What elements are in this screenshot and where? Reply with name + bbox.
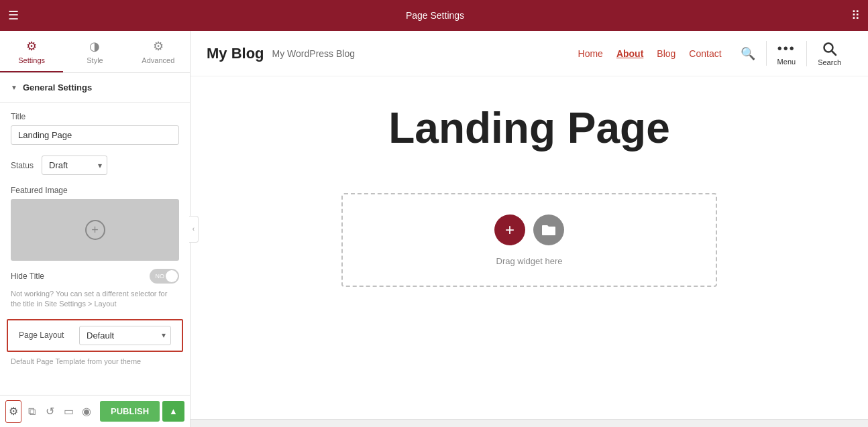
advanced-icon: ⚙ [153,39,164,54]
page-layout-label: Page Layout [19,330,79,340]
site-title: My Blog [207,45,264,62]
folder-widget-button[interactable] [533,215,564,245]
tab-advanced[interactable]: ⚙ Advanced [127,31,190,72]
collapse-arrow: ▼ [11,84,17,91]
history-icon[interactable]: ↺ [42,400,58,423]
tab-settings[interactable]: ⚙ Settings [0,31,63,72]
site-tagline: My WordPress Blog [272,48,355,59]
search-nav-label: Search [818,58,841,66]
grid-icon[interactable]: ⠿ [851,8,860,23]
layers-icon[interactable]: ⧉ [24,400,40,423]
menu-dots-icon: ••• [777,41,796,56]
toggle-no-label: NO [156,273,165,280]
featured-image-box[interactable]: + [11,199,179,261]
add-widget-button[interactable]: + [494,215,525,245]
page-layout-select[interactable]: Default Full Width No Header No Footer [79,326,171,345]
widget-buttons: + [494,215,564,245]
sidebar-tabs: ⚙ Settings ◑ Style ⚙ Advanced [0,31,190,73]
nav-home[interactable]: Home [578,48,603,59]
search-icon [822,41,838,57]
hide-title-toggle[interactable]: NO [150,269,179,284]
tab-style[interactable]: ◑ Style [63,31,126,72]
page-layout-select-wrapper: Default Full Width No Header No Footer [79,326,171,345]
tab-settings-label: Settings [18,56,45,64]
sidebar: ⚙ Settings ◑ Style ⚙ Advanced ▼ General … [0,31,191,427]
nav-contact[interactable]: Contact [689,48,721,59]
panel-title: Page Settings [406,10,464,21]
hamburger-icon[interactable]: ☰ [8,8,19,23]
folder-icon [541,224,556,236]
menu-nav-item[interactable]: ••• Menu [766,41,807,66]
wp-navbar: My Blog My WordPress Blog Home About Blo… [191,31,868,76]
toggle-knob [166,270,178,282]
style-icon: ◑ [89,39,100,54]
status-row: Status Draft Published Private [0,150,190,180]
top-bar: ☰ Page Settings ⠿ [0,0,868,31]
eye-icon[interactable]: ◉ [79,400,95,423]
title-field-group: Title [0,103,190,150]
drag-hint-text: Drag widget here [496,256,563,266]
title-label: Title [11,112,179,121]
publish-button[interactable]: PUBLISH [100,401,160,422]
default-template-text: Default Page Template from your theme [0,355,190,372]
title-input[interactable] [11,125,179,145]
hide-title-label: Hide Title [11,271,44,281]
canvas-scrollbar[interactable] [191,419,868,427]
status-select-wrapper: Draft Published Private [42,156,107,175]
svg-line-1 [832,51,836,55]
add-image-icon: + [85,220,105,240]
device-icon[interactable]: ▭ [60,400,76,423]
tab-advanced-label: Advanced [142,56,174,64]
settings-icon: ⚙ [26,39,37,54]
settings-bottom-icon[interactable]: ⚙ [5,400,21,423]
nav-blog[interactable]: Blog [657,48,675,59]
general-settings-header[interactable]: ▼ General Settings [0,73,190,103]
hide-title-row: Hide Title NO [0,261,190,286]
status-select[interactable]: Draft Published Private [42,156,107,175]
general-settings-label: General Settings [23,82,92,93]
menu-nav-label: Menu [777,58,796,66]
page-layout-row: Page Layout Default Full Width No Header… [7,319,183,352]
canvas-area: My Blog My WordPress Blog Home About Blo… [191,31,868,427]
featured-image-label: Featured Image [0,180,190,199]
status-label: Status [11,161,34,170]
sidebar-content: ▼ General Settings Title Status Draft Pu… [0,73,190,395]
nav-about[interactable]: About [616,48,643,59]
search-nav-item[interactable]: Search [806,41,852,66]
page-content: Landing Page + Drag widget here [191,76,868,419]
nav-links: Home About Blog Contact 🔍 [578,46,755,61]
right-nav: ••• Menu Search [766,41,852,66]
widget-dropzone: + Drag widget here [341,193,717,287]
sidebar-collapse-handle[interactable]: ‹ [189,216,199,243]
page-main-title: Landing Page [388,103,670,153]
sidebar-bottom-bar: ⚙ ⧉ ↺ ▭ ◉ PUBLISH ▲ [0,395,190,427]
nav-search-icon[interactable]: 🔍 [741,46,755,61]
publish-dropdown-button[interactable]: ▲ [162,401,184,422]
hide-title-hint: Not working? You can set a different sel… [0,286,190,316]
tab-style-label: Style [87,56,103,64]
